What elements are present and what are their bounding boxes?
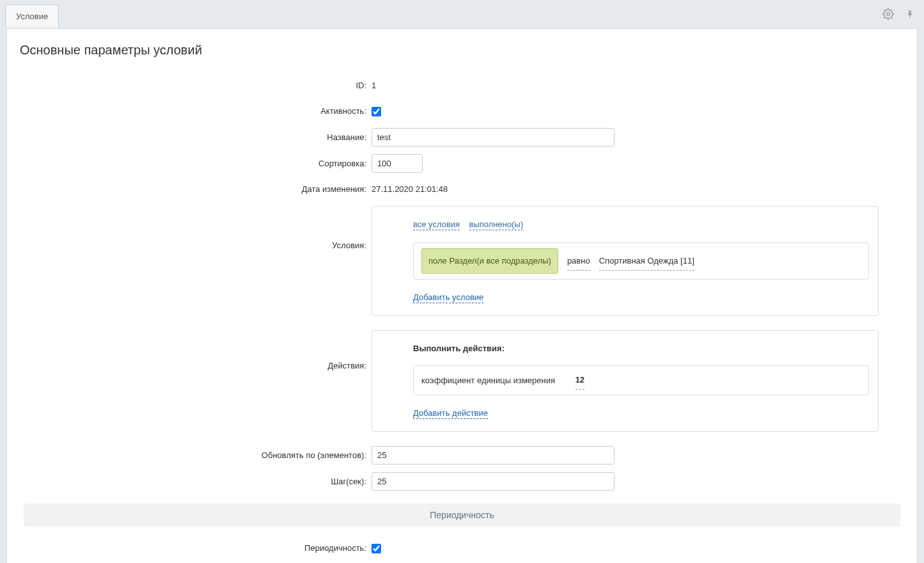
- condition-field-chip[interactable]: поле Раздел(и все подразделы): [421, 248, 558, 274]
- row-name: Название:: [7, 124, 917, 150]
- tab-bar-actions: [882, 8, 916, 20]
- input-name[interactable]: [372, 128, 615, 147]
- label-date-modified: Дата изменения:: [7, 180, 372, 198]
- condition-operator[interactable]: равно: [567, 252, 590, 271]
- input-step[interactable]: [372, 472, 615, 491]
- tab-bar: Условие: [0, 0, 924, 28]
- row-conditions: Условия: все условия выполнено(ы) поле Р…: [7, 202, 917, 320]
- label-sort: Сортировка:: [7, 155, 372, 173]
- label-step: Шаг(сек):: [7, 473, 372, 491]
- svg-point-0: [887, 13, 890, 16]
- row-step: Шаг(сек):: [7, 468, 917, 495]
- action-value[interactable]: 12: [576, 371, 584, 390]
- label-name: Название:: [7, 129, 372, 147]
- condition-value[interactable]: Спортивная Одежда [11]: [599, 252, 694, 271]
- condition-row: поле Раздел(и все подразделы) равно Спор…: [413, 242, 869, 280]
- label-id: ID:: [7, 77, 372, 95]
- conditions-header: все условия выполнено(ы): [413, 216, 869, 234]
- actions-box: Выполнить действия: коэффициент единицы …: [372, 330, 879, 432]
- row-periodicity: Периодичность:: [7, 535, 917, 561]
- row-id: ID: 1: [7, 73, 917, 99]
- input-update-by[interactable]: [372, 446, 615, 464]
- conditions-all-link[interactable]: все условия: [413, 219, 460, 230]
- checkbox-periodicity[interactable]: [372, 544, 381, 553]
- main-panel: Основные параметры условий ID: 1 Активно…: [6, 28, 918, 563]
- row-active: Активность:: [7, 99, 917, 124]
- actions-box-title: Выполнить действия:: [413, 340, 869, 358]
- section-periodicity-header: Периодичность: [24, 504, 900, 527]
- row-sort: Сортировка:: [7, 150, 917, 177]
- value-date-modified: 27.11.2020 21:01:48: [372, 180, 917, 198]
- tab-condition-label: Условие: [16, 12, 48, 21]
- pin-icon[interactable]: [904, 8, 916, 20]
- checkbox-active[interactable]: [372, 107, 381, 116]
- label-periodicity: Периодичность:: [7, 539, 372, 557]
- conditions-box: все условия выполнено(ы) поле Раздел(и в…: [372, 206, 879, 316]
- action-name: коэффициент единицы измерения: [421, 372, 555, 390]
- gear-icon[interactable]: [882, 8, 895, 20]
- row-date-modified: Дата изменения: 27.11.2020 21:01:48: [7, 177, 917, 202]
- row-actions: Действия: Выполнить действия: коэффициен…: [7, 326, 917, 436]
- value-id: 1: [372, 77, 917, 95]
- add-condition-link[interactable]: Добавить условие: [413, 292, 483, 303]
- input-sort[interactable]: [372, 154, 423, 173]
- panel-title: Основные параметры условий: [7, 29, 917, 73]
- label-actions: Действия:: [7, 330, 372, 375]
- label-active: Активность:: [7, 102, 372, 120]
- add-action-link[interactable]: Добавить действие: [413, 408, 488, 419]
- label-conditions: Условия:: [7, 206, 372, 255]
- conditions-done-link[interactable]: выполнено(ы): [469, 219, 524, 230]
- row-update-by: Обновлять по (элементов):: [7, 442, 917, 468]
- label-update-by: Обновлять по (элементов):: [7, 447, 372, 464]
- action-row: коэффициент единицы измерения 12: [413, 365, 869, 395]
- tab-condition[interactable]: Условие: [5, 4, 59, 28]
